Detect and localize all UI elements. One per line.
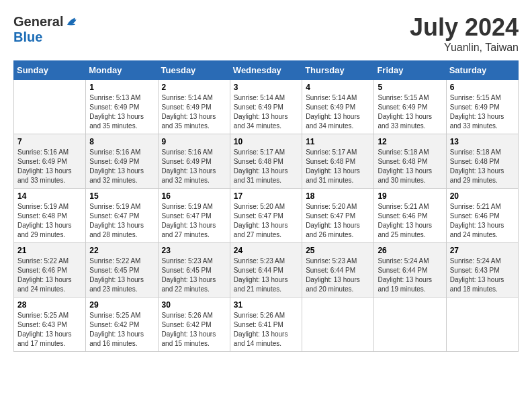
day-number: 1	[89, 83, 154, 92]
day-info: Sunrise: 5:23 AMSunset: 6:44 PMDaylight:…	[234, 257, 298, 294]
day-info: Sunrise: 5:26 AMSunset: 6:42 PMDaylight:…	[162, 311, 226, 349]
day-info: Sunrise: 5:19 AMSunset: 6:47 PMDaylight:…	[89, 202, 154, 240]
day-cell: 20Sunrise: 5:21 AMSunset: 6:46 PMDayligh…	[446, 189, 518, 243]
week-row-5: 28Sunrise: 5:25 AMSunset: 6:43 PMDayligh…	[14, 298, 519, 352]
day-info: Sunrise: 5:14 AMSunset: 6:49 PMDaylight:…	[306, 93, 370, 131]
day-info: Sunrise: 5:18 AMSunset: 6:48 PMDaylight:…	[450, 148, 515, 185]
day-info: Sunrise: 5:20 AMSunset: 6:47 PMDaylight:…	[306, 202, 370, 240]
day-number: 31	[234, 300, 298, 310]
logo-bird-icon	[64, 13, 81, 30]
logo-blue-text: Blue	[13, 30, 81, 44]
day-cell	[446, 298, 518, 352]
day-cell: 15Sunrise: 5:19 AMSunset: 6:47 PMDayligh…	[86, 189, 158, 243]
day-info: Sunrise: 5:15 AMSunset: 6:49 PMDaylight:…	[450, 93, 515, 131]
location-subtitle: Yuanlin, Taiwan	[410, 42, 519, 54]
day-info: Sunrise: 5:16 AMSunset: 6:49 PMDaylight:…	[162, 148, 226, 185]
day-number: 28	[17, 300, 82, 310]
day-cell: 2Sunrise: 5:14 AMSunset: 6:49 PMDaylight…	[158, 80, 230, 134]
day-cell: 16Sunrise: 5:19 AMSunset: 6:47 PMDayligh…	[158, 189, 230, 243]
day-info: Sunrise: 5:19 AMSunset: 6:47 PMDaylight:…	[162, 202, 226, 240]
day-cell: 13Sunrise: 5:18 AMSunset: 6:48 PMDayligh…	[446, 134, 518, 189]
day-number: 15	[89, 191, 154, 201]
day-info: Sunrise: 5:13 AMSunset: 6:49 PMDaylight:…	[89, 93, 154, 131]
logo: General Blue	[13, 13, 81, 44]
logo-general-text: General	[13, 14, 63, 29]
day-number: 4	[306, 83, 370, 92]
day-info: Sunrise: 5:25 AMSunset: 6:42 PMDaylight:…	[89, 311, 154, 349]
day-number: 12	[378, 137, 442, 146]
header-friday: Friday	[374, 61, 446, 80]
day-cell: 23Sunrise: 5:23 AMSunset: 6:45 PMDayligh…	[158, 243, 230, 298]
week-row-3: 14Sunrise: 5:19 AMSunset: 6:48 PMDayligh…	[14, 189, 519, 243]
day-cell: 1Sunrise: 5:13 AMSunset: 6:49 PMDaylight…	[86, 80, 158, 134]
day-cell: 28Sunrise: 5:25 AMSunset: 6:43 PMDayligh…	[14, 298, 86, 352]
day-cell	[14, 80, 86, 134]
day-number: 13	[450, 137, 515, 146]
day-number: 9	[162, 137, 226, 146]
day-cell: 30Sunrise: 5:26 AMSunset: 6:42 PMDayligh…	[158, 298, 230, 352]
day-number: 6	[450, 83, 515, 92]
day-cell: 25Sunrise: 5:23 AMSunset: 6:44 PMDayligh…	[302, 243, 374, 298]
day-number: 11	[306, 137, 370, 146]
day-info: Sunrise: 5:21 AMSunset: 6:46 PMDaylight:…	[378, 202, 442, 240]
day-number: 10	[234, 137, 298, 146]
day-number: 30	[162, 300, 226, 310]
day-cell: 7Sunrise: 5:16 AMSunset: 6:49 PMDaylight…	[14, 134, 86, 189]
day-cell: 5Sunrise: 5:15 AMSunset: 6:49 PMDaylight…	[374, 80, 446, 134]
header-tuesday: Tuesday	[158, 61, 230, 80]
day-cell	[374, 298, 446, 352]
calendar-table: SundayMondayTuesdayWednesdayThursdayFrid…	[13, 60, 519, 352]
header-saturday: Saturday	[446, 61, 518, 80]
day-cell: 31Sunrise: 5:26 AMSunset: 6:41 PMDayligh…	[230, 298, 302, 352]
day-info: Sunrise: 5:17 AMSunset: 6:48 PMDaylight:…	[234, 148, 298, 185]
day-info: Sunrise: 5:24 AMSunset: 6:43 PMDaylight:…	[450, 257, 515, 294]
day-number: 19	[378, 191, 442, 201]
day-number: 23	[162, 246, 226, 255]
day-info: Sunrise: 5:23 AMSunset: 6:44 PMDaylight:…	[306, 257, 370, 294]
day-info: Sunrise: 5:17 AMSunset: 6:48 PMDaylight:…	[306, 148, 370, 185]
week-row-2: 7Sunrise: 5:16 AMSunset: 6:49 PMDaylight…	[14, 134, 519, 189]
day-info: Sunrise: 5:20 AMSunset: 6:47 PMDaylight:…	[234, 202, 298, 240]
day-number: 5	[378, 83, 442, 92]
day-cell: 22Sunrise: 5:22 AMSunset: 6:45 PMDayligh…	[86, 243, 158, 298]
day-number: 3	[234, 83, 298, 92]
day-number: 27	[450, 246, 515, 255]
header-wednesday: Wednesday	[230, 61, 302, 80]
header-monday: Monday	[86, 61, 158, 80]
calendar-header-row: SundayMondayTuesdayWednesdayThursdayFrid…	[14, 61, 519, 80]
day-info: Sunrise: 5:25 AMSunset: 6:43 PMDaylight:…	[17, 311, 82, 349]
day-number: 18	[306, 191, 370, 201]
week-row-1: 1Sunrise: 5:13 AMSunset: 6:49 PMDaylight…	[14, 80, 519, 134]
day-number: 2	[162, 83, 226, 92]
day-cell: 8Sunrise: 5:16 AMSunset: 6:49 PMDaylight…	[86, 134, 158, 189]
day-number: 21	[17, 246, 82, 255]
day-cell: 27Sunrise: 5:24 AMSunset: 6:43 PMDayligh…	[446, 243, 518, 298]
day-info: Sunrise: 5:22 AMSunset: 6:46 PMDaylight:…	[17, 257, 82, 294]
day-info: Sunrise: 5:15 AMSunset: 6:49 PMDaylight:…	[378, 93, 442, 131]
day-number: 26	[378, 246, 442, 255]
day-cell: 6Sunrise: 5:15 AMSunset: 6:49 PMDaylight…	[446, 80, 518, 134]
page-header: General Blue July 2024 Yuanlin, Taiwan	[13, 13, 519, 54]
day-number: 20	[450, 191, 515, 201]
day-cell	[302, 298, 374, 352]
day-info: Sunrise: 5:21 AMSunset: 6:46 PMDaylight:…	[450, 202, 515, 240]
day-number: 17	[234, 191, 298, 201]
day-info: Sunrise: 5:24 AMSunset: 6:44 PMDaylight:…	[378, 257, 442, 294]
day-cell: 4Sunrise: 5:14 AMSunset: 6:49 PMDaylight…	[302, 80, 374, 134]
day-cell: 19Sunrise: 5:21 AMSunset: 6:46 PMDayligh…	[374, 189, 446, 243]
day-cell: 14Sunrise: 5:19 AMSunset: 6:48 PMDayligh…	[14, 189, 86, 243]
day-info: Sunrise: 5:18 AMSunset: 6:48 PMDaylight:…	[378, 148, 442, 185]
day-number: 14	[17, 191, 82, 201]
day-info: Sunrise: 5:14 AMSunset: 6:49 PMDaylight:…	[234, 93, 298, 131]
day-cell: 17Sunrise: 5:20 AMSunset: 6:47 PMDayligh…	[230, 189, 302, 243]
week-row-4: 21Sunrise: 5:22 AMSunset: 6:46 PMDayligh…	[14, 243, 519, 298]
header-thursday: Thursday	[302, 61, 374, 80]
day-number: 7	[17, 137, 82, 146]
day-cell: 12Sunrise: 5:18 AMSunset: 6:48 PMDayligh…	[374, 134, 446, 189]
day-info: Sunrise: 5:16 AMSunset: 6:49 PMDaylight:…	[89, 148, 154, 185]
day-info: Sunrise: 5:22 AMSunset: 6:45 PMDaylight:…	[89, 257, 154, 294]
day-cell: 18Sunrise: 5:20 AMSunset: 6:47 PMDayligh…	[302, 189, 374, 243]
day-number: 22	[89, 246, 154, 255]
title-section: July 2024 Yuanlin, Taiwan	[410, 13, 519, 54]
day-info: Sunrise: 5:16 AMSunset: 6:49 PMDaylight:…	[17, 148, 82, 185]
